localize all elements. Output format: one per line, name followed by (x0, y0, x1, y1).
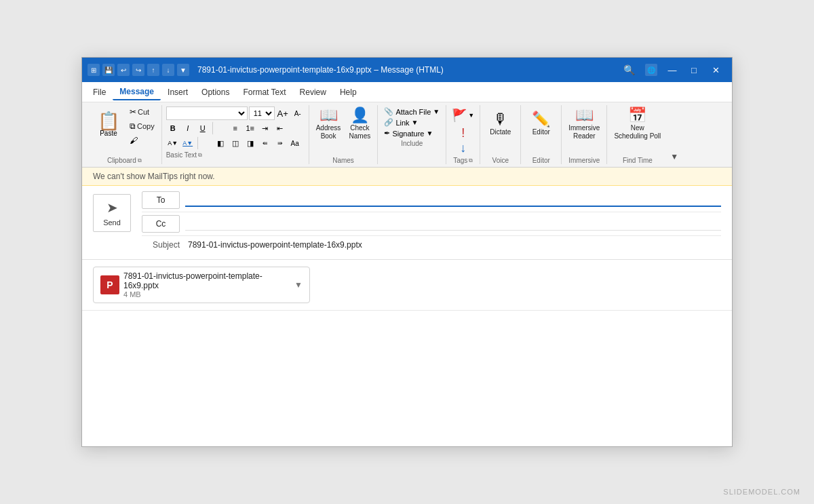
font-family-select[interactable] (166, 106, 248, 120)
mailtips-text: We can't show MailTips right now. (93, 172, 215, 181)
ribbon: 📋 Paste ✂ Cut ⧉ Copy 🖌 (82, 102, 732, 168)
cc-input[interactable] (185, 218, 721, 231)
flag-dropdown-icon: ▼ (468, 112, 474, 119)
ribbon-names-group: 📖 AddressBook 👤 CheckNames Names (309, 105, 379, 164)
menu-options[interactable]: Options (195, 85, 236, 100)
copy-icon: ⧉ (130, 121, 136, 131)
compose-body[interactable] (82, 311, 732, 446)
send-button[interactable]: ➤ Send (93, 194, 131, 232)
menu-file[interactable]: File (86, 85, 113, 100)
globe-icon[interactable]: 🌐 (645, 64, 657, 76)
ribbon-basic-text-group: 11 A+ A- B I U ≡ 1≡ ⇥ ⇤ A▼ A▼ (162, 105, 309, 164)
customize-icon[interactable]: ▼ (177, 64, 189, 76)
clipboard-label: Clipboard ⧉ (107, 155, 142, 164)
bullet-list-button[interactable]: ≡ (229, 121, 242, 135)
menu-message[interactable]: Message (113, 84, 161, 100)
attachment-chip[interactable]: P 7891-01-invictus-powerpoint-template-1… (93, 267, 310, 303)
align-center-button[interactable]: ◫ (229, 136, 242, 150)
flag-button[interactable]: 🚩 ▼ (450, 105, 476, 125)
italic-button[interactable]: I (181, 121, 195, 135)
attachment-file-icon: P (100, 275, 119, 294)
highlight-button[interactable]: A▼ (166, 136, 180, 150)
save-icon[interactable]: 💾 (102, 64, 115, 76)
to-button[interactable]: To (142, 191, 180, 209)
ribbon-expand-button[interactable]: ▼ (667, 105, 681, 164)
paste-button[interactable]: 📋 Paste (92, 105, 125, 143)
attach-file-dropdown-icon[interactable]: ▼ (433, 108, 440, 115)
link-dropdown-icon[interactable]: ▼ (412, 119, 419, 126)
underline-button[interactable]: U (196, 121, 210, 135)
title-bar: ⊞ 💾 ↩ ↪ ↑ ↓ ▼ 7891-01-invictus-powerpoin… (82, 58, 732, 82)
dictate-button[interactable]: 🎙 Dictate (487, 105, 514, 143)
cc-button[interactable]: Cc (142, 215, 180, 233)
check-names-button[interactable]: 👤 CheckNames (346, 105, 373, 143)
cut-button[interactable]: ✂ Cut (127, 105, 157, 119)
up-arrow-icon[interactable]: ↑ (147, 64, 159, 76)
editor-icon: ✏️ (532, 112, 550, 127)
attachment-filename: 7891-01-invictus-powerpoint-template-16x… (123, 271, 290, 290)
signature-icon: ✒ (384, 129, 390, 138)
attachment-size: 4 MB (123, 290, 290, 298)
styles-button[interactable]: Aa (288, 136, 302, 150)
importance-low-button[interactable]: ↓ (459, 141, 467, 155)
menu-review[interactable]: Review (293, 85, 333, 100)
attachment-dropdown-icon[interactable]: ▼ (294, 280, 303, 290)
indent-decrease-button[interactable]: ⇤ (273, 121, 287, 135)
scheduling-poll-icon: 📅 (628, 108, 646, 123)
to-field-row: To (142, 191, 721, 212)
menu-insert[interactable]: Insert (161, 85, 195, 100)
ribbon-voice-group: 🎙 Dictate Voice (480, 105, 521, 164)
copy-button[interactable]: ⧉ Copy (127, 119, 157, 133)
font-color-button[interactable]: A▼ (181, 136, 195, 150)
basic-text-expand-icon[interactable]: ⧉ (198, 152, 202, 159)
down-arrow-icon[interactable]: ↓ (162, 64, 174, 76)
maximize-button[interactable]: □ (683, 58, 705, 82)
ribbon-editor-group: ✏️ Editor Editor (521, 105, 562, 164)
to-input[interactable] (185, 193, 721, 207)
menu-format-text[interactable]: Format Text (236, 85, 292, 100)
signature-button[interactable]: ✒ Signature ▼ (382, 128, 442, 138)
minimize-button[interactable]: — (661, 58, 683, 82)
ribbon-clipboard-group: 📋 Paste ✂ Cut ⧉ Copy 🖌 (88, 105, 162, 164)
increase-font-button[interactable]: A+ (276, 106, 290, 120)
align-left-button[interactable]: ◧ (214, 136, 227, 150)
immersive-reader-button[interactable]: 📖 ImmersiveReader (566, 105, 602, 143)
cc-field-row: Cc (142, 215, 721, 236)
address-book-button[interactable]: 📖 AddressBook (313, 105, 344, 143)
attach-file-icon: 📎 (384, 107, 393, 116)
search-icon[interactable]: 🔍 (619, 60, 638, 79)
undo-icon[interactable]: ↩ (117, 64, 130, 76)
paste-icon: 📋 (98, 112, 119, 130)
clipboard-expand-icon[interactable]: ⧉ (138, 157, 142, 164)
importance-high-button[interactable]: ! (460, 126, 466, 140)
menu-help[interactable]: Help (333, 85, 364, 100)
bold-button[interactable]: B (166, 121, 180, 135)
align-right-button[interactable]: ◨ (244, 136, 257, 150)
ltr-button[interactable]: ⇛ (273, 136, 287, 150)
decrease-font-button[interactable]: A- (291, 106, 305, 120)
link-icon: 🔗 (384, 118, 393, 127)
format-painter-button[interactable]: 🖌 (127, 134, 157, 147)
numbered-list-button[interactable]: 1≡ (244, 121, 257, 135)
immersive-label: Immersive (568, 155, 600, 164)
check-names-icon: 👤 (351, 108, 369, 123)
send-label: Send (103, 218, 121, 227)
signature-dropdown-icon[interactable]: ▼ (426, 130, 433, 137)
format-painter-icon: 🖌 (130, 136, 138, 145)
include-label: Include (401, 138, 423, 147)
link-button[interactable]: 🔗 Link ▼ (382, 117, 442, 128)
new-scheduling-poll-button[interactable]: 📅 NewScheduling Poll (611, 105, 663, 143)
close-button[interactable]: ✕ (705, 58, 726, 82)
ribbon-include-group: 📎 Attach File ▼ 🔗 Link ▼ ✒ Signature ▼ I… (378, 105, 446, 164)
watermark: SLIDEMODEL.COM (723, 488, 800, 496)
title-bar-icons: ⊞ 💾 ↩ ↪ ↑ ↓ ▼ (88, 64, 189, 76)
rtl-button[interactable]: ⇚ (258, 136, 272, 150)
indent-increase-button[interactable]: ⇥ (258, 121, 272, 135)
tags-label: Tags ⧉ (453, 155, 473, 164)
redo-icon[interactable]: ↪ (132, 64, 144, 76)
editor-button[interactable]: ✏️ Editor (528, 105, 555, 143)
font-size-select[interactable]: 11 (249, 106, 275, 120)
attach-file-button[interactable]: 📎 Attach File ▼ (382, 106, 442, 117)
names-label: Names (332, 155, 354, 164)
tags-expand-icon[interactable]: ⧉ (469, 157, 473, 164)
